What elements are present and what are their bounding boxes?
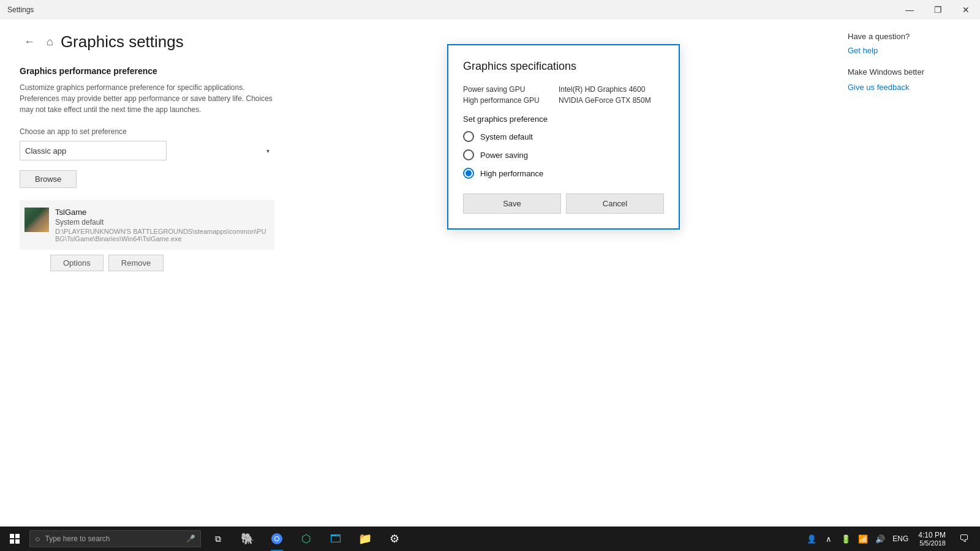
chrome-button[interactable] (262, 527, 292, 551)
app-name: TslGame (55, 208, 270, 217)
language-label: ENG (890, 534, 911, 543)
dialog-buttons: Save Cancel (463, 193, 664, 214)
graphics-dialog: Graphics specifications Power saving GPU… (447, 44, 680, 230)
radio-label-high-performance: High performance (480, 169, 543, 178)
search-placeholder: Type here to search (45, 534, 181, 543)
titlebar-title: Settings (7, 6, 34, 14)
section-title: Graphics performance preference (20, 66, 274, 76)
left-panel: ← ⌂ Graphics settings Graphics performan… (0, 20, 294, 527)
titlebar: Settings — ❐ ✕ (0, 0, 980, 20)
high-performance-gpu-value: NVIDIA GeForce GTX 850M (559, 96, 651, 105)
svg-rect-2 (10, 539, 14, 544)
app-icon (24, 208, 49, 232)
power-saving-gpu-value: Intel(R) HD Graphics 4600 (559, 85, 645, 94)
home-icon: ⌂ (47, 36, 53, 48)
get-help-link[interactable]: Get help (848, 46, 965, 55)
taskbar-search[interactable]: ○ Type here to search 🎤 (29, 530, 201, 547)
remove-button[interactable]: Remove (108, 255, 164, 271)
dialog-title: Graphics specifications (463, 60, 664, 73)
wifi-icon: 📶 (856, 527, 870, 551)
svg-rect-1 (15, 534, 20, 538)
notification-button[interactable]: 🗨 (953, 527, 975, 551)
svg-rect-0 (10, 534, 14, 538)
taskbar-right: 👤 ∧ 🔋 📶 🔊 ENG 4:10 PM 5/5/2018 🗨 (804, 527, 980, 551)
radio-system-default[interactable]: System default (463, 131, 664, 142)
radio-label-system-default: System default (480, 132, 533, 141)
microphone-icon: 🎤 (186, 534, 195, 543)
settings-button[interactable]: ⚙ (380, 527, 409, 551)
people-icon[interactable]: 👤 (804, 527, 819, 551)
make-better-title: Make Windows better (848, 67, 965, 77)
chevron-up-icon[interactable]: ∧ (821, 527, 836, 551)
page-header: ← ⌂ Graphics settings (20, 32, 274, 51)
svg-point-6 (275, 537, 279, 541)
section-desc: Customize graphics performance preferenc… (20, 82, 274, 115)
center-area: Graphics specifications Power saving GPU… (294, 20, 833, 527)
set-pref-title: Set graphics preference (463, 114, 664, 124)
titlebar-controls: — ❐ ✕ (895, 0, 980, 20)
app-default: System default (55, 218, 270, 227)
radio-circle-high-performance (463, 168, 474, 179)
close-button[interactable]: ✕ (952, 0, 980, 20)
radio-group: System default Power saving High perform… (463, 131, 664, 179)
svg-rect-3 (15, 539, 20, 544)
page-title: Graphics settings (61, 32, 184, 51)
chevron-down-icon: ▾ (266, 148, 270, 154)
windows-icon (10, 534, 20, 544)
back-button[interactable]: ← (20, 32, 39, 51)
folder-button[interactable]: 📁 (350, 527, 380, 551)
options-button[interactable]: Options (50, 255, 104, 271)
high-performance-spec-row: High performance GPU NVIDIA GeForce GTX … (463, 96, 664, 105)
app-icon-image (24, 208, 49, 232)
explorer-button[interactable]: 🗔 (321, 527, 350, 551)
app-type-dropdown[interactable]: Classic app Microsoft Store app (20, 141, 167, 160)
taskbar-clock[interactable]: 4:10 PM 5/5/2018 (913, 531, 951, 547)
power-saving-spec-row: Power saving GPU Intel(R) HD Graphics 46… (463, 85, 664, 94)
radio-circle-power-saving (463, 149, 474, 160)
radio-power-saving[interactable]: Power saving (463, 149, 664, 160)
settings-icon: ⚙ (390, 532, 399, 545)
cancel-button[interactable]: Cancel (566, 193, 664, 214)
dropdown-wrapper: Classic app Microsoft Store app ▾ (20, 141, 274, 160)
minimize-button[interactable]: — (895, 0, 924, 20)
search-icon: ○ (35, 534, 40, 544)
main-content: ← ⌂ Graphics settings Graphics performan… (0, 20, 980, 527)
evernote-icon: 🐘 (241, 532, 254, 545)
app-list-item: TslGame System default D:\PLAYERUNKNOWN'… (20, 200, 274, 250)
task-view-button[interactable]: ⧉ (203, 527, 233, 551)
app4-icon: ⬡ (301, 532, 311, 545)
radio-high-performance[interactable]: High performance (463, 168, 664, 179)
notification-icon: 🗨 (959, 533, 969, 544)
task-view-icon: ⧉ (215, 534, 221, 544)
taskbar-time: 4:10 PM (918, 531, 946, 539)
save-button[interactable]: Save (463, 193, 561, 214)
radio-label-power-saving: Power saving (480, 151, 528, 160)
choose-label: Choose an app to set preference (20, 127, 274, 136)
app-actions: Options Remove (20, 255, 274, 271)
dialog-overlay: Graphics specifications Power saving GPU… (294, 20, 833, 527)
battery-icon: 🔋 (839, 527, 853, 551)
app-path: D:\PLAYERUNKNOWN'S BATTLEGROUNDS\steamap… (55, 228, 270, 242)
taskbar: ○ Type here to search 🎤 ⧉ 🐘 ⬡ 🗔 📁 ⚙ (0, 527, 980, 551)
high-performance-gpu-label: High performance GPU (463, 96, 549, 105)
radio-circle-system-default (463, 131, 474, 142)
chrome-icon (271, 533, 283, 545)
power-saving-gpu-label: Power saving GPU (463, 85, 549, 94)
taskbar-date: 5/5/2018 (919, 539, 946, 547)
have-question-title: Have a question? (848, 32, 965, 41)
titlebar-left: Settings (7, 6, 34, 14)
volume-icon: 🔊 (873, 527, 888, 551)
explorer-icon: 🗔 (330, 533, 341, 545)
right-panel: Have a question? Get help Make Windows b… (833, 20, 980, 527)
start-button[interactable] (0, 527, 29, 551)
feedback-link[interactable]: Give us feedback (848, 83, 909, 92)
app-info: TslGame System default D:\PLAYERUNKNOWN'… (55, 208, 270, 242)
app4-button[interactable]: ⬡ (292, 527, 321, 551)
evernote-button[interactable]: 🐘 (233, 527, 262, 551)
taskbar-icons: ⧉ 🐘 ⬡ 🗔 📁 ⚙ (203, 527, 409, 551)
back-icon: ← (24, 36, 35, 48)
maximize-button[interactable]: ❐ (924, 0, 952, 20)
browse-button[interactable]: Browse (20, 170, 77, 188)
folder-icon: 📁 (358, 532, 372, 545)
